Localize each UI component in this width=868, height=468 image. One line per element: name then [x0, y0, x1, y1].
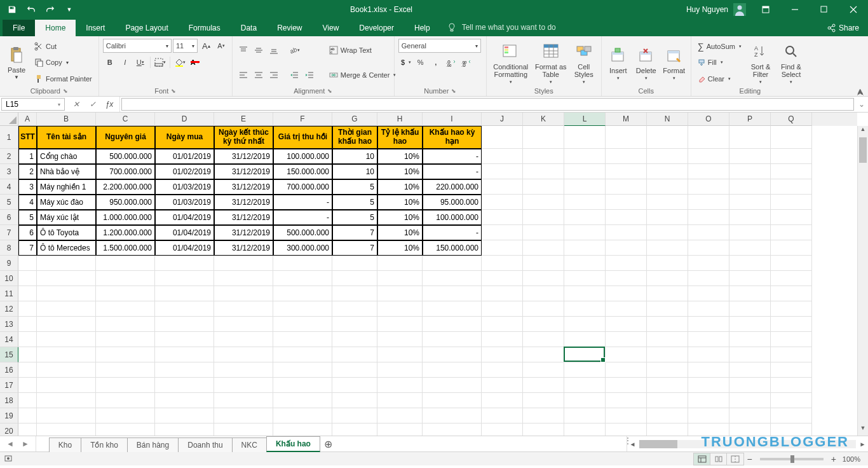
table-cell[interactable]: 5	[18, 210, 37, 225]
empty-cell[interactable]	[523, 347, 564, 362]
empty-cell[interactable]	[688, 378, 729, 393]
scroll-down-button[interactable]: ▼	[858, 425, 868, 436]
empty-cell[interactable]	[729, 256, 771, 271]
table-cell[interactable]: 31/12/2019	[214, 240, 273, 256]
empty-cell[interactable]	[214, 256, 273, 271]
empty-cell[interactable]	[771, 301, 812, 317]
empty-cell[interactable]	[564, 301, 606, 317]
empty-cell[interactable]	[214, 347, 273, 362]
empty-cell[interactable]	[606, 271, 647, 286]
empty-cell[interactable]	[771, 317, 812, 332]
empty-cell[interactable]	[647, 393, 688, 408]
empty-cell[interactable]	[729, 362, 771, 378]
empty-cell[interactable]	[273, 286, 332, 301]
column-header-F[interactable]: F	[273, 113, 332, 126]
sheet-tab-nkc[interactable]: NKC	[232, 437, 267, 452]
table-header-cell[interactable]: Ngày kết thúc kỳ thứ nhất	[214, 126, 273, 149]
underline-button[interactable]: U▾	[133, 55, 147, 69]
empty-cell[interactable]	[771, 408, 812, 423]
align-middle-button[interactable]	[252, 43, 266, 57]
table-cell[interactable]: -	[273, 195, 332, 210]
empty-cell[interactable]	[273, 332, 332, 347]
table-cell[interactable]: 01/02/2019	[155, 164, 214, 179]
table-cell[interactable]: 01/01/2019	[155, 149, 214, 164]
tell-me-search[interactable]: Tell me what you want to do	[440, 18, 562, 36]
cut-button[interactable]: Cut	[32, 39, 95, 53]
table-cell[interactable]: 10%	[377, 179, 423, 195]
tab-review[interactable]: Review	[267, 20, 312, 36]
empty-cell[interactable]	[332, 317, 377, 332]
empty-cell[interactable]	[377, 408, 423, 423]
table-cell[interactable]: 3	[18, 179, 37, 195]
sheet-nav-next[interactable]: ►	[19, 439, 32, 448]
empty-cell[interactable]	[423, 286, 482, 301]
empty-cell[interactable]	[37, 271, 96, 286]
empty-cell[interactable]	[96, 362, 155, 378]
empty-cell[interactable]	[423, 301, 482, 317]
cells-area[interactable]: STTTên tài sảnNguyên giáNgày muaNgày kết…	[18, 126, 857, 436]
find-select-button[interactable]: Find & Select▾	[777, 39, 805, 86]
empty-cell[interactable]	[273, 378, 332, 393]
table-cell[interactable]: 10%	[377, 225, 423, 240]
table-cell[interactable]: 31/12/2019	[214, 210, 273, 225]
zoom-level[interactable]: 100%	[839, 455, 864, 463]
empty-cell[interactable]	[377, 317, 423, 332]
empty-cell[interactable]	[688, 393, 729, 408]
empty-cell[interactable]	[273, 256, 332, 271]
ribbon-display-options[interactable]	[751, 0, 780, 18]
empty-cell[interactable]	[606, 393, 647, 408]
empty-cell[interactable]	[647, 362, 688, 378]
column-header-P[interactable]: P	[729, 113, 771, 126]
close-button[interactable]	[839, 0, 868, 18]
empty-cell[interactable]	[332, 378, 377, 393]
empty-cell[interactable]	[155, 317, 214, 332]
fill-color-button[interactable]: ▾	[173, 55, 187, 69]
table-cell[interactable]: 31/12/2019	[214, 149, 273, 164]
table-cell[interactable]: 10%	[377, 149, 423, 164]
empty-cell[interactable]	[564, 347, 606, 362]
empty-cell[interactable]	[688, 256, 729, 271]
empty-cell[interactable]	[688, 332, 729, 347]
empty-cell[interactable]	[37, 362, 96, 378]
empty-cell[interactable]	[606, 286, 647, 301]
table-cell[interactable]: 7	[18, 240, 37, 256]
row-header-15[interactable]: 15	[0, 347, 18, 362]
empty-cell[interactable]	[273, 347, 332, 362]
empty-cell[interactable]	[688, 317, 729, 332]
table-cell[interactable]: 10%	[377, 195, 423, 210]
tab-home[interactable]: Home	[35, 20, 76, 36]
table-cell[interactable]: 2.200.000.000	[96, 179, 155, 195]
tab-file[interactable]: File	[3, 20, 35, 36]
table-header-cell[interactable]: Tên tài sản	[37, 126, 96, 149]
cell-styles-button[interactable]: Cell Styles▾	[571, 39, 597, 86]
empty-cell[interactable]	[96, 378, 155, 393]
empty-cell[interactable]	[96, 286, 155, 301]
save-button[interactable]	[5, 3, 19, 17]
table-cell[interactable]: 150.000.000	[423, 240, 482, 256]
empty-cell[interactable]	[155, 286, 214, 301]
empty-cell[interactable]	[155, 423, 214, 436]
row-header-13[interactable]: 13	[0, 317, 18, 332]
empty-cell[interactable]	[482, 378, 523, 393]
empty-cell[interactable]	[37, 347, 96, 362]
row-header-7[interactable]: 7	[0, 225, 18, 240]
insert-cells-button[interactable]: Insert▾	[606, 39, 631, 86]
empty-cell[interactable]	[688, 408, 729, 423]
table-cell[interactable]: -	[273, 210, 332, 225]
empty-cell[interactable]	[96, 408, 155, 423]
empty-cell[interactable]	[423, 423, 482, 436]
tab-page-layout[interactable]: Page Layout	[115, 20, 178, 36]
zoom-in-button[interactable]: +	[829, 454, 839, 464]
name-box[interactable]: L15▾	[1, 98, 65, 111]
table-cell[interactable]: 300.000.000	[273, 240, 332, 256]
empty-cell[interactable]	[482, 393, 523, 408]
merge-center-button[interactable]: Merge & Center▾	[327, 68, 399, 82]
empty-cell[interactable]	[523, 271, 564, 286]
empty-cell[interactable]	[729, 332, 771, 347]
empty-cell[interactable]	[332, 271, 377, 286]
empty-cell[interactable]	[729, 317, 771, 332]
empty-cell[interactable]	[214, 378, 273, 393]
table-cell[interactable]: 01/04/2019	[155, 210, 214, 225]
row-header-14[interactable]: 14	[0, 332, 18, 347]
page-layout-view-button[interactable]	[710, 453, 727, 465]
